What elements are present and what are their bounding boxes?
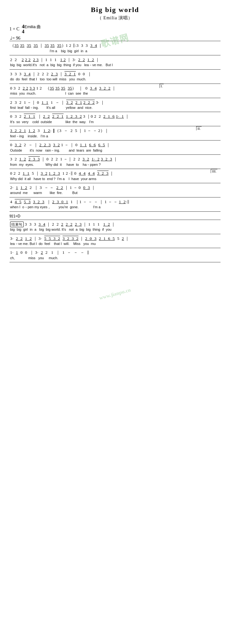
notes-11: 2· 1 1 2 2 ｜ 3 － － 2 2 ｜ 1 － 0 0 3 ｜ xyxy=(9,184,221,191)
music-row-9: 3 2 1 2 2 3 3 ｜ 0 2 2 1 －｜ 2 2 3 2 1· 2 … xyxy=(9,155,221,169)
key-time-block: 1 = C 4 4 Emilia 曲 xyxy=(9,24,221,34)
page: Big big world （ Emilia 演唱） 1 = C 4 4 Emi… xyxy=(0,0,230,266)
song-title: Big big world xyxy=(9,6,221,14)
lyrics-2: big big world.It's not a big big thing i… xyxy=(9,63,221,68)
notes-1: （35 35 35 35 ｜ 35 35 35）1 2 ‖:3 3 3 3 4 … xyxy=(9,42,221,49)
music-row-1: （35 35 35 35 ｜ 35 35 35）1 2 ‖:3 3 3 3 4 … xyxy=(9,41,221,55)
music-row-14: 3· 2 2 1 2 ｜ 3· 5 5 3 2 3 2 3 2 ｜ 2 0 3 … xyxy=(9,234,221,248)
ending-bracket: 结束句 xyxy=(10,222,24,228)
music-row-8: 0 3 2 2 － ｜ 2 2 3 3 2 1 － ｜ 0 1 1 6 6 6 … xyxy=(9,141,221,155)
section-label-i: I. xyxy=(160,84,164,88)
notes-10: 0 2 2 1 1 5 ｜ 3 2 1 2 3 1 2 ·‖ 0 4 4 4 4… xyxy=(9,170,221,177)
key-change: 转1=D xyxy=(9,214,221,219)
notes-4: 0 3 2 2 2 3 3 1 2 （35 35 35 35） ｜ 0 3 4 … xyxy=(9,85,221,91)
lyrics-9: from my eyes. Why did it have to ha－ppen… xyxy=(9,162,221,168)
notes-15: 1· 1 0 0 ｜ 3· 2 2 1 ｜ 1 － － － ‖ xyxy=(9,249,221,256)
lyrics-7: feel－ing inside. I'm a xyxy=(9,134,221,140)
notes-3: 3 3 3 3 4 ｜ 2 2 2 2 3 ｜ 3 2 1 0 0 ｜ xyxy=(9,71,221,77)
music-row-2: 2 2 2 2 2 2 3 ｜ 1 1 1 1 2 ｜ 3· 2 2 1 2 ｜… xyxy=(9,55,221,70)
lyrics-15: ch, miss you much. xyxy=(9,256,221,261)
lyrics-4: miss you much. I can see the xyxy=(9,91,221,97)
section-label-iii: III. xyxy=(211,169,217,173)
music-row-10: III. 0 2 2 1 1 5 ｜ 3 2 1 2 3 1 2 ·‖ 0 4 … xyxy=(9,169,221,183)
music-row-15: 1· 1 0 0 ｜ 3· 2 2 1 ｜ 1 － － － ‖ ch, miss… xyxy=(9,248,221,262)
music-row-7: II. 3 2 2 1 1 2 3 1 2: ‖（3 － 2 5 ｜ 1 － －… xyxy=(9,126,221,141)
lyrics-5: first leaf fall－ing. It's all yellow and… xyxy=(9,105,221,111)
lyrics-3: do do feel that I too too will miss you … xyxy=(9,77,221,83)
notes-6: 0 3 2 2 1 1 ｜ 2 2 2 2 1 1 2 3 2 3 ｜0 2 2… xyxy=(9,113,221,120)
music-row-11: 2· 1 1 2 2 ｜ 3 － － 2 2 ｜ 1 － 0 0 3 ｜ aro… xyxy=(9,183,221,197)
notes-13: 结束句3 3 3 3 4 ｜ 2 2 2 2 2 2 3 ｜ 1 1 1 1 2… xyxy=(9,221,221,228)
lyrics-1: I'm a big big girl in a xyxy=(9,49,221,54)
music-row-13: 结束句3 3 3 3 4 ｜ 2 2 2 2 2 2 3 ｜ 1 1 1 1 2… xyxy=(9,220,221,234)
lyrics-13: big big girl in a big big world. It's no… xyxy=(9,227,221,233)
notes-7: 3 2 2 1 1 2 3 1 2: ‖（3 － 2 5 ｜ 1 － － 2）｜ xyxy=(9,128,221,134)
music-row-5: 2 3 2 1 －｜ 0 1 1 1 － ｜ 3 2 2 1 2 2 2 3· … xyxy=(9,98,221,112)
time-signature: 4 4 xyxy=(22,24,24,34)
notes-2: 2 2 2 2 2 2 3 ｜ 1 1 1 1 2 ｜ 3· 2 2 1 2 ｜ xyxy=(9,57,221,63)
time-top: 4 xyxy=(22,24,24,29)
lyrics-10: Why did it all have to end？ I'm a I have… xyxy=(9,177,221,182)
music-row-3: 3 3 3 3 4 ｜ 2 2 2 2 3 ｜ 3 2 1 0 0 ｜ do d… xyxy=(9,70,221,84)
notes-8: 0 3 2 2 － ｜ 2 2 3 3 2 1 － ｜ 0 1 1 6 6 6 … xyxy=(9,142,221,148)
notes-5: 2 3 2 1 －｜ 0 1 1 1 － ｜ 3 2 2 1 2 2 2 3· … xyxy=(9,99,221,106)
section-label-ii: II. xyxy=(196,126,202,130)
music-row-6: 0 3 2 2 1 1 ｜ 2 2 2 2 1 1 2 3 2 3 ｜0 2 2… xyxy=(9,112,221,126)
lyrics-8: Outside it's now rain－ing. and tears are… xyxy=(9,148,221,154)
key-text: 1 = C xyxy=(9,27,19,32)
key-label: 1 = C 4 4 xyxy=(9,24,24,34)
notes-12: 4 4 5 5 3 3 2 3 ｜ 2 3 0 1 1 ｜1 － － － ｜ 1… xyxy=(9,199,221,205)
notes-9: 3 2 1 2 2 3 3 ｜ 0 2 2 1 －｜ 2 2 3 2 1· 2 … xyxy=(9,156,221,162)
music-row-12: 4 4 5 5 3 3 2 3 ｜ 2 3 0 1 1 ｜1 － － － ｜ 1… xyxy=(9,197,221,212)
notes-14: 3· 2 2 1 2 ｜ 3· 5 5 3 2 3 2 3 2 ｜ 2 0 3 … xyxy=(9,235,221,242)
lyrics-11: around me warm like fire. But xyxy=(9,191,221,196)
lyrics-6: It's so very cold outside like the way. … xyxy=(9,120,221,125)
time-bottom: 4 xyxy=(22,29,24,34)
watermark2: www.jianpu.cn xyxy=(99,287,131,301)
tempo: ♩= 96 xyxy=(10,35,221,41)
song-subtitle: （ Emilia 演唱） xyxy=(9,15,221,21)
lyrics-12: when I o－pen my eyes， you're gone. I'm a xyxy=(9,205,221,210)
lyrics-14: lea－ve me. But I do feel that I will. Mi… xyxy=(9,241,221,247)
music-row-4: I. 0 3 2 2 2 3 3 1 2 （35 35 35 35） ｜ 0 3… xyxy=(9,84,221,98)
composer: Emilia 曲 xyxy=(24,24,41,30)
